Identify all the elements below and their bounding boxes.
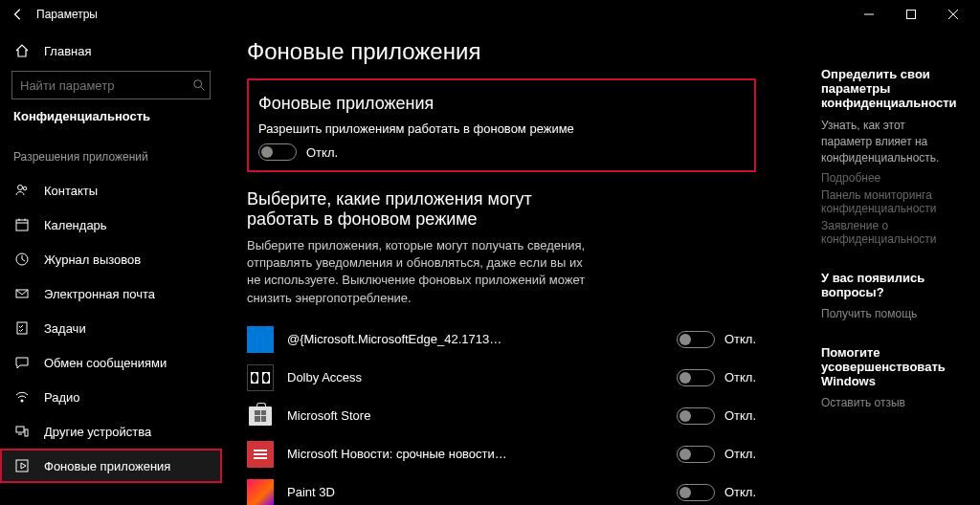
aside-link-feedback[interactable]: Оставить отзыв xyxy=(821,396,957,409)
calendar-icon xyxy=(13,217,31,232)
search-box[interactable] xyxy=(11,71,211,99)
svg-point-22 xyxy=(252,373,257,383)
app-row: Microsoft Store Откл. xyxy=(247,397,756,435)
aside-heading: У вас появились вопросы? xyxy=(821,271,957,299)
aside-link-help[interactable]: Получить помощь xyxy=(821,307,957,320)
contacts-icon xyxy=(13,183,31,198)
nav-label: Электронная почта xyxy=(44,287,155,301)
background-apps-icon xyxy=(13,458,31,473)
section-title: Фоновые приложения xyxy=(258,94,745,114)
app-row: Paint 3D Откл. xyxy=(247,473,756,505)
mail-icon xyxy=(13,286,31,301)
app-toggle[interactable] xyxy=(677,446,715,463)
svg-point-23 xyxy=(263,373,269,383)
sidebar-item-messaging[interactable]: Обмен сообщениями xyxy=(0,345,222,380)
home-label: Главная xyxy=(44,44,91,58)
sidebar-item-tasks[interactable]: Задачи xyxy=(0,311,222,345)
app-name: Microsoft Store xyxy=(287,408,507,423)
radio-icon xyxy=(13,389,31,405)
master-toggle-state: Откл. xyxy=(306,145,338,160)
content: Фоновые приложения Фоновые приложения Ра… xyxy=(247,38,764,505)
close-button[interactable] xyxy=(932,0,974,29)
nav-label: Контакты xyxy=(44,184,98,198)
aside-text: Узнать, как этот параметр влияет на конф… xyxy=(821,118,957,165)
section-label: Конфиденциальность xyxy=(0,109,222,123)
app-icon-edge xyxy=(247,326,274,353)
svg-rect-14 xyxy=(17,322,27,334)
sidebar-item-calendar[interactable]: Календарь xyxy=(0,208,222,242)
nav-label: Другие устройства xyxy=(44,425,151,439)
aside: Определить свои параметры конфиденциальн… xyxy=(821,38,957,505)
svg-rect-1 xyxy=(907,11,916,19)
home-link[interactable]: Главная xyxy=(0,34,222,67)
app-icon-news xyxy=(247,441,274,468)
sidebar-item-other-devices[interactable]: Другие устройства xyxy=(0,414,222,449)
app-toggle[interactable] xyxy=(677,407,715,425)
aside-link-statement[interactable]: Заявление о конфиденциальности xyxy=(821,219,957,246)
app-toggle-state: Откл. xyxy=(724,485,756,499)
aside-link-dashboard[interactable]: Панель мониторинга конфиденциальности xyxy=(821,188,957,215)
app-toggle-state: Откл. xyxy=(724,332,756,346)
app-name: Paint 3D xyxy=(287,485,507,499)
nav-label: Журнал вызовов xyxy=(44,252,141,267)
search-icon xyxy=(189,78,210,92)
window-title: Параметры xyxy=(36,8,98,21)
sidebar: Главная Конфиденциальность Разрешения пр… xyxy=(0,29,222,505)
back-button[interactable] xyxy=(6,2,31,27)
app-name: Dolby Access xyxy=(287,370,507,384)
app-row: Dolby Access Откл. xyxy=(247,359,756,397)
svg-rect-8 xyxy=(16,220,28,231)
history-icon xyxy=(13,252,31,267)
svg-point-4 xyxy=(194,80,202,88)
maximize-button[interactable] xyxy=(890,0,932,29)
nav-label: Задачи xyxy=(44,321,86,336)
devices-icon xyxy=(13,424,31,439)
app-row: @{Microsoft.MicrosoftEdge_42.17134.1.0_n… xyxy=(247,320,756,359)
messaging-icon xyxy=(13,355,31,370)
sidebar-item-email[interactable]: Электронная почта xyxy=(0,276,222,311)
nav-list: Контакты Календарь Журнал вызовов Электр… xyxy=(0,173,222,505)
app-toggle-state: Откл. xyxy=(724,447,756,461)
app-icon-dolby xyxy=(247,364,274,391)
app-toggle[interactable] xyxy=(677,369,715,386)
app-name: @{Microsoft.MicrosoftEdge_42.17134.1.0_n… xyxy=(287,332,507,346)
sidebar-item-contacts[interactable]: Контакты xyxy=(0,173,222,208)
master-toggle[interactable] xyxy=(258,143,297,161)
svg-point-6 xyxy=(18,186,23,190)
sidebar-item-call-history[interactable]: Журнал вызовов xyxy=(0,242,222,276)
app-name: Microsoft Новости: срочные новости и в..… xyxy=(287,447,507,461)
highlight-box-master-toggle: Фоновые приложения Разрешить приложениям… xyxy=(247,78,756,172)
nav-label: Фоновые приложения xyxy=(44,459,170,473)
svg-rect-17 xyxy=(25,429,28,436)
sidebar-item-background-apps[interactable]: Фоновые приложения xyxy=(0,449,222,483)
app-toggle-state: Откл. xyxy=(724,370,756,384)
svg-point-7 xyxy=(23,187,27,190)
app-icon-paint3d xyxy=(247,479,274,505)
setting-label: Разрешить приложениям работать в фоновом… xyxy=(258,121,745,136)
section-title-2: Выберите, какие приложения могут работат… xyxy=(247,189,591,230)
tasks-icon xyxy=(13,320,31,336)
home-icon xyxy=(13,43,31,58)
sidebar-item-radio[interactable]: Радио xyxy=(0,380,222,414)
nav-label: Обмен сообщениями xyxy=(44,356,167,370)
svg-line-5 xyxy=(201,87,205,91)
nav-label: Календарь xyxy=(44,218,107,232)
aside-heading: Определить свои параметры конфиденциальн… xyxy=(821,67,957,110)
nav-label: Радио xyxy=(44,390,80,405)
section-desc: Выберите приложения, которые могут получ… xyxy=(247,237,591,307)
minimize-button[interactable] xyxy=(848,0,890,29)
aside-link-more[interactable]: Подробнее xyxy=(821,171,957,185)
app-toggle-state: Откл. xyxy=(724,408,756,423)
svg-rect-16 xyxy=(16,427,24,432)
app-toggle[interactable] xyxy=(677,331,715,348)
search-input[interactable] xyxy=(12,78,189,93)
group-label: Разрешения приложений xyxy=(0,150,222,164)
title-bar: Параметры xyxy=(0,0,980,29)
aside-heading: Помогите усовершенствовать Windows xyxy=(821,345,957,388)
svg-point-15 xyxy=(21,400,24,403)
app-icon-store xyxy=(247,403,274,429)
page-title: Фоновые приложения xyxy=(247,38,756,65)
app-row: Microsoft Новости: срочные новости и в..… xyxy=(247,435,756,473)
app-toggle[interactable] xyxy=(677,484,715,501)
